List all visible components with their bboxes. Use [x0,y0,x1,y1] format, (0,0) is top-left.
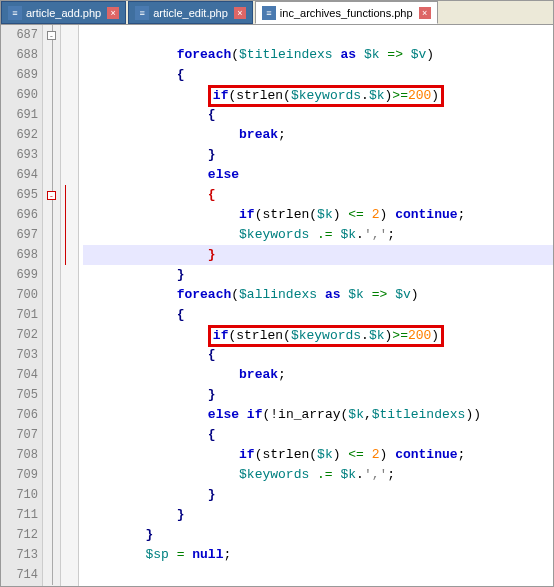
fold-marker [43,305,60,325]
fold-marker [43,205,60,225]
tab-inc-archives[interactable]: ≡ inc_archives_functions.php × [255,1,438,24]
code-line[interactable]: break; [83,365,553,385]
line-number: 687 [1,25,38,45]
code-line[interactable]: foreach($titleindexs as $k => $v) [83,45,553,65]
line-number: 703 [1,345,38,365]
fold-column: -- [43,25,61,586]
line-number: 700 [1,285,38,305]
line-number: 704 [1,365,38,385]
close-icon[interactable]: × [107,7,119,19]
code-line[interactable]: else [83,165,553,185]
tab-bar: ≡ article_add.php × ≡ article_edit.php ×… [1,1,553,25]
code-line[interactable]: { [83,65,553,85]
fold-marker[interactable]: - [43,25,60,45]
margin-guide [61,325,78,345]
tab-label: article_add.php [26,7,101,19]
fold-marker [43,465,60,485]
code-line[interactable]: } [83,525,553,545]
code-line[interactable]: { [83,105,553,125]
line-number: 690 [1,85,38,105]
file-icon: ≡ [135,6,149,20]
close-icon[interactable]: × [419,7,431,19]
fold-marker [43,65,60,85]
code-line[interactable]: } [83,485,553,505]
code-line[interactable]: else if(!in_array($k,$titleindexs)) [83,405,553,425]
margin-guide [61,165,78,185]
margin-guide [61,345,78,365]
code-line[interactable]: break; [83,125,553,145]
line-number: 702 [1,325,38,345]
margin-guide [61,445,78,465]
fold-marker [43,385,60,405]
line-number: 714 [1,565,38,585]
fold-marker [43,485,60,505]
code-line[interactable]: $keywords .= $k.','; [83,465,553,485]
code-line[interactable]: } [83,145,553,165]
code-line[interactable] [83,25,553,45]
line-number: 689 [1,65,38,85]
fold-marker [43,325,60,345]
code-line[interactable]: { [83,305,553,325]
margin-guide [61,285,78,305]
close-icon[interactable]: × [234,7,246,19]
line-number: 688 [1,45,38,65]
line-number: 695 [1,185,38,205]
code-line[interactable]: } [83,385,553,405]
margin-guide [61,465,78,485]
margin-guide [61,505,78,525]
tab-article-add[interactable]: ≡ article_add.php × [1,1,126,24]
margin-column [61,25,79,586]
code-line[interactable]: $sp = null; [83,545,553,565]
margin-guide [61,305,78,325]
fold-marker [43,365,60,385]
line-number: 697 [1,225,38,245]
margin-guide [61,405,78,425]
line-number: 706 [1,405,38,425]
code-line[interactable] [83,565,553,585]
fold-marker [43,425,60,445]
tab-article-edit[interactable]: ≡ article_edit.php × [128,1,253,24]
code-line[interactable]: foreach($allindexs as $k => $v) [83,285,553,305]
margin-guide [61,225,78,245]
margin-guide [61,125,78,145]
margin-guide [61,25,78,45]
code-line[interactable]: if(strlen($k) <= 2) continue; [83,205,553,225]
margin-guide [61,485,78,505]
line-number: 707 [1,425,38,445]
line-number: 709 [1,465,38,485]
code-line[interactable]: if(strlen($keywords.$k)>=200) [83,325,553,345]
line-number: 698 [1,245,38,265]
fold-marker [43,145,60,165]
line-number: 713 [1,545,38,565]
code-line-current[interactable]: } [83,245,553,265]
fold-marker [43,285,60,305]
fold-marker [43,165,60,185]
line-number: 699 [1,265,38,285]
fold-marker [43,85,60,105]
fold-marker [43,445,60,465]
fold-marker [43,345,60,365]
margin-guide [61,45,78,65]
fold-marker [43,265,60,285]
line-number: 712 [1,525,38,545]
line-number: 708 [1,445,38,465]
code-line[interactable]: { [83,345,553,365]
code-line[interactable]: { [83,425,553,445]
code-line[interactable]: { [83,185,553,205]
highlight-box: if(strlen($keywords.$k)>=200) [208,325,444,347]
fold-marker [43,45,60,65]
code-line[interactable]: if(strlen($keywords.$k)>=200) [83,85,553,105]
margin-guide [61,525,78,545]
margin-guide [61,545,78,565]
code-area[interactable]: foreach($titleindexs as $k => $v) { if(s… [79,25,553,586]
line-number: 696 [1,205,38,225]
fold-marker[interactable]: - [43,185,60,205]
line-number: 692 [1,125,38,145]
code-line[interactable]: if(strlen($k) <= 2) continue; [83,445,553,465]
margin-guide [61,425,78,445]
code-line[interactable]: } [83,505,553,525]
fold-marker [43,125,60,145]
tab-label: inc_archives_functions.php [280,7,413,19]
code-line[interactable]: } [83,265,553,285]
code-line[interactable]: $keywords .= $k.','; [83,225,553,245]
